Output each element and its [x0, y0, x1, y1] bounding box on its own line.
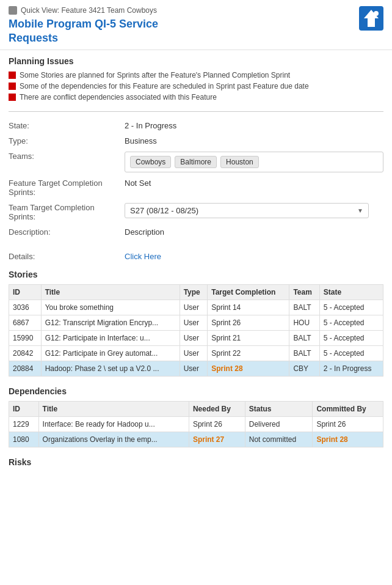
cell-target: Sprint 21 [208, 330, 289, 345]
dep-col-needed-by: Needed By [189, 401, 245, 416]
cell-type: User [180, 361, 208, 376]
dependencies-table: ID Title Needed By Status Committed By 1… [9, 401, 383, 447]
chevron-down-icon: ▼ [357, 207, 363, 214]
cell-target: Sprint 26 [208, 315, 289, 330]
sprint-dropdown-text: S27 (08/12 - 08/25) [130, 206, 352, 215]
col-type: Type [180, 284, 208, 300]
col-target: Target Completion [208, 284, 289, 300]
header-app-icon [359, 6, 383, 31]
sprint-dropdown[interactable]: S27 (08/12 - 08/25) ▼ [125, 203, 369, 218]
cell-team: BALT [289, 330, 319, 345]
risks-heading: Risks [9, 457, 383, 467]
fields-section: State: 2 - In Progress Type: Business Te… [9, 118, 383, 240]
dependencies-section: Dependencies ID Title Needed By Status C… [9, 386, 383, 447]
issue-item-2: Some of the dependencies for this Featur… [9, 82, 383, 90]
issue-icon-2 [9, 83, 16, 90]
stories-table: ID Title Type Target Completion Team Sta… [9, 284, 383, 377]
cell-type: User [180, 300, 208, 315]
col-state: State [319, 284, 383, 300]
team-target-value[interactable]: S27 (08/12 - 08/25) ▼ [125, 203, 383, 218]
quick-view-icon [9, 6, 17, 15]
divider-1 [9, 111, 383, 112]
issue-item-3: There are conflict dependencies associat… [9, 93, 383, 101]
planning-issues-section: Planning Issues Some Stories are planned… [9, 56, 383, 101]
cell-target: Sprint 28 [208, 361, 289, 376]
cell-state: 5 - Accepted [319, 345, 383, 361]
dep-cell-status: Not committed [245, 432, 313, 447]
cell-id: 20884 [9, 361, 42, 376]
table-row[interactable]: 1229 Interface: Be ready for Hadoop u...… [9, 416, 383, 432]
feature-target-row: Feature Target Completion Sprints: Not S… [9, 175, 383, 200]
cell-title: G12: Participate in Interface: u... [41, 330, 180, 345]
table-row[interactable]: 3036 You broke something User Sprint 14 … [9, 300, 383, 315]
quick-view-bar: Quick View: Feature 3421 Team Cowboys [9, 6, 158, 15]
cell-type: User [180, 315, 208, 330]
dep-col-status: Status [245, 401, 313, 416]
team-tag-cowboys[interactable]: Cowboys [130, 156, 171, 168]
teams-row: Teams: Cowboys Baltimore Houston [9, 149, 383, 175]
dep-col-title: Title [38, 401, 189, 416]
dep-cell-id: 1229 [9, 416, 39, 432]
cell-team: BALT [289, 300, 319, 315]
page-header: Quick View: Feature 3421 Team Cowboys Mo… [0, 0, 392, 50]
issue-icon-3 [9, 94, 16, 101]
cell-team: BALT [289, 345, 319, 361]
cell-team: CBY [289, 361, 319, 376]
cell-state: 5 - Accepted [319, 330, 383, 345]
page-title: Mobile Program QI-5 Service Requests [9, 17, 158, 46]
risks-section: Risks [9, 457, 383, 467]
table-row[interactable]: 1080 Organizations Overlay in the emp...… [9, 432, 383, 447]
description-value: Description [125, 227, 383, 237]
col-title: Title [41, 284, 180, 300]
cell-type: User [180, 345, 208, 361]
state-row: State: 2 - In Progress [9, 118, 383, 133]
cell-state: 2 - In Progress [319, 361, 383, 376]
table-row[interactable]: 15990 G12: Participate in Interface: u..… [9, 330, 383, 345]
table-row[interactable]: 20884 Hadoop: Phase 2 \ set up a V2.0 ..… [9, 361, 383, 376]
col-id: ID [9, 284, 42, 300]
team-target-label: Team Target CompletionSprints: [9, 203, 125, 221]
stories-table-header: ID Title Type Target Completion Team Sta… [9, 284, 383, 300]
dep-col-committed-by: Committed By [313, 401, 383, 416]
state-value: 2 - In Progress [125, 121, 383, 130]
cell-title: Hadoop: Phase 2 \ set up a V2.0 ... [41, 361, 180, 376]
cell-title: You broke something [41, 300, 180, 315]
teams-label: Teams: [9, 152, 125, 161]
issue-item-1: Some Stories are planned for Sprints aft… [9, 71, 383, 79]
issue-text-2: Some of the dependencies for this Featur… [20, 82, 309, 90]
table-row[interactable]: 6867 G12: Transcript Migration Encryp...… [9, 315, 383, 330]
type-row: Type: Business [9, 133, 383, 149]
dep-cell-status: Delivered [245, 416, 313, 432]
cell-target: Sprint 14 [208, 300, 289, 315]
teams-value: Cowboys Baltimore Houston [125, 152, 383, 172]
dep-cell-id: 1080 [9, 432, 39, 447]
cell-type: User [180, 330, 208, 345]
cell-team: HOU [289, 315, 319, 330]
details-row: Details: Click Here [9, 247, 383, 266]
issue-text-1: Some Stories are planned for Sprints aft… [20, 71, 290, 79]
teams-container: Cowboys Baltimore Houston [125, 152, 383, 172]
cell-id: 6867 [9, 315, 42, 330]
team-target-row: Team Target CompletionSprints: S27 (08/1… [9, 200, 383, 224]
cell-target: Sprint 22 [208, 345, 289, 361]
team-tag-houston[interactable]: Houston [220, 156, 259, 168]
dep-cell-needed-by: Sprint 26 [189, 416, 245, 432]
feature-target-label: Feature Target Completion Sprints: [9, 178, 125, 197]
stories-section: Stories ID Title Type Target Completion … [9, 270, 383, 377]
table-row[interactable]: 20842 G12: Participate in Grey automat..… [9, 345, 383, 361]
dep-cell-committed-by: Sprint 28 [313, 432, 383, 447]
planning-issues-heading: Planning Issues [9, 56, 383, 66]
dependencies-table-header: ID Title Needed By Status Committed By [9, 401, 383, 416]
details-link[interactable]: Click Here [125, 252, 161, 261]
quick-view-label: Quick View: Feature 3421 Team Cowboys [21, 6, 157, 15]
state-label: State: [9, 121, 125, 130]
dependencies-heading: Dependencies [9, 386, 383, 396]
main-content: Planning Issues Some Stories are planned… [0, 50, 392, 478]
dep-cell-title: Interface: Be ready for Hadoop u... [38, 416, 189, 432]
issue-text-3: There are conflict dependencies associat… [20, 93, 217, 101]
team-tag-baltimore[interactable]: Baltimore [175, 156, 217, 168]
type-label: Type: [9, 136, 125, 145]
cell-state: 5 - Accepted [319, 315, 383, 330]
col-team: Team [289, 284, 319, 300]
cell-id: 15990 [9, 330, 42, 345]
